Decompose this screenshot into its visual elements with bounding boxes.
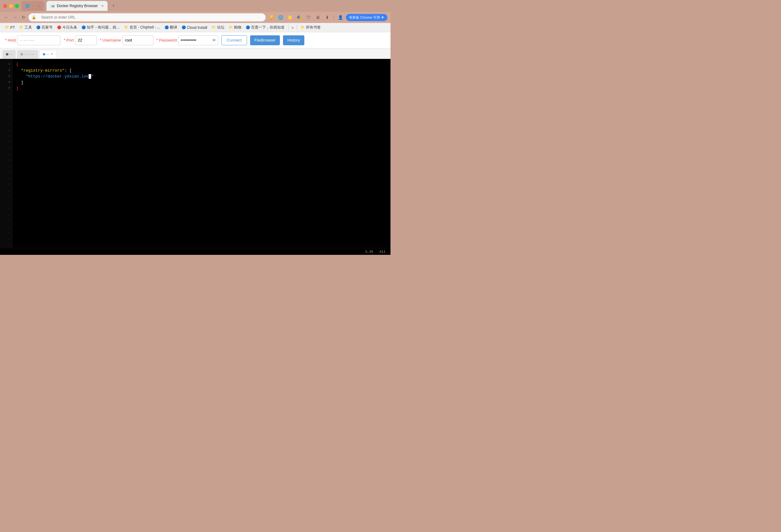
profile-btn[interactable]: 👤 xyxy=(337,13,345,22)
bookmark-cloudinstall[interactable]: 🔵 Cloud Install xyxy=(180,25,209,30)
bookmark-pt[interactable]: 📁 PT xyxy=(3,25,17,30)
active-tab-icon: 🐋 xyxy=(50,4,55,8)
line-num-26: ~ xyxy=(2,213,10,219)
password-toggle-button[interactable]: 👁 xyxy=(212,38,216,43)
line-num-24: ~ xyxy=(2,201,10,207)
code-line-1: { xyxy=(16,62,387,68)
address-bar: ← → ↻ 🔒 🔑 🌐 ⭐ 🎭 🛡 🖥 ⬇ 👤 有新版 Chrome 可用 ▼ xyxy=(0,12,390,23)
code-line-3: "https://docker.ydxian.lov" xyxy=(16,74,387,80)
tab-dot-1 xyxy=(6,53,8,55)
line-num-31: ~ xyxy=(2,243,10,248)
active-tab-label: Docker Registry Browser xyxy=(57,4,98,8)
line-num-16: ~ xyxy=(2,152,10,158)
port-input[interactable] xyxy=(75,35,97,45)
bookmark-all[interactable]: 📁 所有书签 xyxy=(299,24,323,31)
code-editor[interactable]: 1 2 3 4 5 ~ ~ ~ ~ ~ ~ ~ ~ ~ ~ ~ ~ ~ ~ ~ … xyxy=(0,59,390,248)
bookmark-translate[interactable]: 🔵 翻译 xyxy=(163,24,179,31)
bookmark-icon-btn[interactable]: ⭐ xyxy=(286,13,294,22)
filebrowser-button[interactable]: FileBrowser xyxy=(250,35,280,45)
line-num-1: 1 xyxy=(2,62,10,68)
new-tab-button[interactable]: + xyxy=(110,3,117,9)
active-tab-close[interactable]: ✕ xyxy=(101,4,104,8)
extension1-btn[interactable]: 🎭 xyxy=(295,13,303,22)
password-icon-btn[interactable]: 🔑 xyxy=(268,13,276,22)
bookmark-chiphell[interactable]: 📁 首页 - Chiphell - ... xyxy=(122,24,162,31)
inactive-tab[interactable]: 🌐 ··· ✕ xyxy=(22,1,44,11)
editor-tab-1[interactable]: ··· xyxy=(2,50,16,58)
close-bracket: ] xyxy=(21,80,24,86)
host-field-group: Host xyxy=(5,35,60,45)
folder-icon: 📁 xyxy=(212,26,216,30)
bookmark-baidu[interactable]: 🔵 百度一下，你就知道 xyxy=(244,24,286,31)
bookmark-toutiao-label: 今日头条 xyxy=(62,25,77,30)
toolbar-icons: 🔑 🌐 ⭐ 🎭 🛡 🖥 ⬇ 👤 有新版 Chrome 可用 ▼ xyxy=(268,13,387,22)
code-line-5: } xyxy=(16,86,387,92)
address-input[interactable] xyxy=(38,13,262,22)
tab-dot-2 xyxy=(20,53,23,55)
editor-tab-2[interactable]: ··· ··· ··· xyxy=(17,50,38,58)
code-indent-2 xyxy=(16,68,21,74)
bookmark-toutiao[interactable]: 🔴 今日头条 xyxy=(55,24,79,31)
code-indent-3 xyxy=(16,74,26,80)
translate-icon-btn[interactable]: 🌐 xyxy=(277,13,285,22)
bookmark-shop[interactable]: 📁 购物 xyxy=(227,24,243,31)
password-wrapper: 👁 xyxy=(178,35,218,45)
code-area[interactable]: { "registry-mirrors" : [ "https://docker… xyxy=(12,59,390,248)
bookmark-forum[interactable]: 📁 论坛 xyxy=(210,24,226,31)
close-button[interactable] xyxy=(3,4,7,8)
line-num-4: 4 xyxy=(2,80,10,86)
connect-button[interactable]: Connect xyxy=(221,35,247,45)
site-icon: 🔴 xyxy=(57,26,61,30)
line-num-5: 5 xyxy=(2,86,10,92)
host-label: Host xyxy=(5,38,16,42)
bookmarks-separator xyxy=(288,25,289,30)
bookmark-tools[interactable]: 📁 工具 xyxy=(17,24,34,31)
history-button[interactable]: History xyxy=(283,35,304,45)
line-num-3: 3 xyxy=(2,74,10,80)
refresh-button[interactable]: ↻ xyxy=(20,14,27,21)
title-bar: 🌐 ··· ✕ 🐋 Docker Registry Browser ✕ + xyxy=(0,0,390,12)
minimize-button[interactable] xyxy=(9,4,13,8)
cursor xyxy=(89,74,91,79)
chrome-update-button[interactable]: 有新版 Chrome 可用 ▼ xyxy=(346,14,387,21)
inactive-tab-icon: 🌐 xyxy=(25,4,30,8)
username-field-group: Username xyxy=(100,35,153,45)
line-num-28: ~ xyxy=(2,225,10,231)
host-input[interactable] xyxy=(17,35,60,45)
editor-tab-2-label: ··· ··· ··· xyxy=(24,52,35,56)
forward-button[interactable]: → xyxy=(12,14,18,21)
line-num-9: ~ xyxy=(2,110,10,116)
toolbar-separator xyxy=(334,14,334,21)
folder-icon: 📁 xyxy=(229,26,233,30)
bookmark-all-label: 所有书签 xyxy=(306,25,321,30)
inactive-tab-close[interactable]: ✕ xyxy=(38,4,40,8)
username-input[interactable] xyxy=(122,35,153,45)
line-num-13: ~ xyxy=(2,134,10,140)
editor-tab-3[interactable]: ··· ✕ xyxy=(39,50,57,58)
line-num-29: ~ xyxy=(2,231,10,237)
extension3-btn[interactable]: 🖥 xyxy=(314,13,322,22)
editor-tab-3-close[interactable]: ✕ xyxy=(50,52,53,56)
editor-tab-3-label: ··· xyxy=(46,52,49,56)
window-controls xyxy=(3,4,19,8)
bookmark-baijiahao[interactable]: 🔵 百家号 xyxy=(34,24,54,31)
site-icon: 🔵 xyxy=(181,26,186,30)
registry-mirrors-key: "registry-mirrors" xyxy=(21,68,65,74)
extension2-btn[interactable]: 🛡 xyxy=(305,13,313,22)
active-tab[interactable]: 🐋 Docker Registry Browser ✕ xyxy=(46,1,108,11)
bookmark-cloudinstall-label: Cloud Install xyxy=(187,26,207,30)
folder-icon: 📁 xyxy=(19,26,24,30)
line-num-15: ~ xyxy=(2,146,10,152)
line-num-2: 2 xyxy=(2,68,10,74)
maximize-button[interactable] xyxy=(15,4,19,8)
folder-icon: 📁 xyxy=(5,26,9,30)
line-num-18: ~ xyxy=(2,164,10,170)
extension4-btn[interactable]: ⬇ xyxy=(323,13,331,22)
line-num-7: ~ xyxy=(2,98,10,104)
editor-mode: All xyxy=(379,250,385,254)
inactive-tab-label: ··· xyxy=(32,4,34,8)
status-bar: 3,35 All xyxy=(0,248,390,255)
bookmark-zhihu[interactable]: 🔵 知乎 - 有问题，就… xyxy=(80,24,122,31)
bookmarks-more[interactable]: » xyxy=(290,25,295,30)
back-button[interactable]: ← xyxy=(3,14,10,21)
